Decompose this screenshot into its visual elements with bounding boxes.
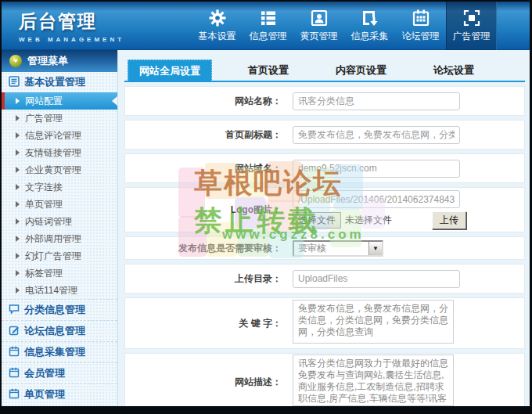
domain-input[interactable] <box>293 160 460 178</box>
audit-select-value: 要审核 <box>294 242 368 255</box>
sidebar-item-comment-management[interactable]: 信息评论管理 <box>2 127 117 144</box>
audit-select[interactable]: 要审核 ▼ <box>293 240 383 257</box>
sidebar-section-classified-info[interactable]: 分类信息管理 <box>2 299 117 320</box>
form-row-audit: 发布信息是否需要审核： 要审核 ▼ <box>124 236 525 260</box>
item-label: 单页管理 <box>25 199 63 210</box>
nav-item-ad-management[interactable]: 广告管理 <box>446 2 497 50</box>
description-textarea[interactable]: 讯客分类信息网致力于做最好的信息免费发布与查询网站,囊括生活信息,商业服务信息,… <box>293 355 454 406</box>
item-label: 幻灯广告管理 <box>25 250 81 261</box>
sidebar-section-basic-settings[interactable]: 基本设置管理 <box>2 72 117 92</box>
screenshot-frame: 后台管理 WEB MANAGEMENT 基本设置 信息管理 <box>0 0 532 414</box>
sidebar-menu-title: 管理菜单 <box>2 50 117 72</box>
form-row-description: 网站描述： 讯客分类信息网致力于做最好的信息免费发布与查询网站,囊括生活信息,商… <box>124 353 525 406</box>
nav-label: 信息采集 <box>351 30 389 43</box>
logo-subtitle: WEB MANAGEMENT <box>19 36 124 43</box>
nav-label: 信息管理 <box>250 30 287 43</box>
calendar-icon <box>9 388 20 401</box>
form-row-logo: Logo图片： 选择文件 未选择文件 上传 <box>124 187 525 232</box>
sidebar-item-friend-links[interactable]: 友情链接管理 <box>2 144 117 161</box>
sidebar-item-single-page[interactable]: 单页管理 <box>2 196 117 213</box>
sidebar-section-single-page-management[interactable]: 单页管理 <box>2 383 117 405</box>
nav-label: 论坛管理 <box>402 30 440 43</box>
item-label: 文字连接 <box>25 182 63 193</box>
tab-global-settings[interactable]: 网站全局设置 <box>128 59 212 81</box>
sidebar-section-collect-management[interactable]: 信息采集管理 <box>2 341 117 362</box>
sidebar-item-inner-links[interactable]: 内链词管理 <box>2 213 117 230</box>
nav-item-forum-management[interactable]: 论坛管理 <box>395 2 446 50</box>
menu-sphere-icon <box>9 55 22 67</box>
menu-title-label: 管理菜单 <box>27 54 68 68</box>
chat-icon <box>9 304 20 317</box>
nav-item-yellow-pages[interactable]: 黄页管理 <box>293 2 344 50</box>
file-picker: 选择文件 未选择文件 上传 <box>293 211 466 229</box>
admin-app: 后台管理 WEB MANAGEMENT 基本设置 信息管理 <box>2 2 530 406</box>
upload-button[interactable]: 上传 <box>432 211 466 229</box>
sidebar-item-phone114[interactable]: 电话114管理 <box>2 282 117 299</box>
item-label: 内链词管理 <box>25 216 72 227</box>
section-label: 会员管理 <box>24 366 65 380</box>
settings-section-icon <box>9 76 20 89</box>
top-header-bar: 后台管理 WEB MANAGEMENT 基本设置 信息管理 <box>2 2 530 50</box>
logo-title: 后台管理 <box>19 9 124 34</box>
tab-content-page-settings[interactable]: 内容页设置 <box>325 59 397 81</box>
calendar-icon <box>9 367 20 380</box>
item-label: 广告管理 <box>25 113 63 124</box>
settings-tabbar: 网站全局设置 首页设置 内容页设置 论坛设置 <box>124 59 525 82</box>
sidebar-section-forum-info[interactable]: 论坛信息管理 <box>2 320 117 341</box>
calendar-icon <box>9 346 20 359</box>
item-label: 电话114管理 <box>25 285 77 296</box>
upload-dir-label: 上传目录： <box>125 272 282 286</box>
upload-dir-input[interactable] <box>293 270 460 288</box>
dropdown-arrow-icon: ▼ <box>368 242 382 255</box>
sidebar-item-text-links[interactable]: 文字连接 <box>2 178 117 196</box>
edit-icon <box>9 325 20 338</box>
description-label: 网站描述： <box>125 376 282 389</box>
nav-label: 广告管理 <box>453 30 491 43</box>
list-icon <box>259 9 278 27</box>
ad-frame-icon <box>462 9 481 27</box>
sidebar-section-member-management[interactable]: 会员管理 <box>2 362 117 383</box>
gear-icon <box>208 9 227 27</box>
sidebar-item-site-config[interactable]: 网站配置 <box>2 92 117 110</box>
item-label: 友情链接管理 <box>25 147 81 158</box>
keywords-label: 关 键 字： <box>125 317 282 330</box>
nav-item-info-management[interactable]: 信息管理 <box>243 2 293 50</box>
form-row-keywords: 关 键 字： 免费发布信息，免费发布信息网，分类信息，分类信息网，免费分类信息网… <box>124 297 525 349</box>
item-label: 网站配置 <box>25 95 63 106</box>
tab-forum-settings[interactable]: 论坛设置 <box>422 59 485 81</box>
yellow-pages-icon <box>310 9 329 27</box>
form-row-site-name: 网站名称： <box>124 86 525 116</box>
site-name-input[interactable] <box>293 92 460 110</box>
site-name-label: 网站名称： <box>125 95 282 108</box>
section-label: 单页管理 <box>24 387 65 401</box>
section-label: 论坛信息管理 <box>24 324 85 338</box>
domain-label: 网站域名： <box>125 162 282 175</box>
tab-home-settings[interactable]: 首页设置 <box>237 59 300 81</box>
section-label: 信息采集管理 <box>24 345 85 359</box>
item-label: 标签管理 <box>25 268 63 279</box>
app-logo: 后台管理 WEB MANAGEMENT <box>19 9 124 43</box>
choose-file-button[interactable]: 选择文件 <box>293 212 341 229</box>
item-label: 企业黄页管理 <box>25 164 81 175</box>
sidebar-item-external-call[interactable]: 外部调用管理 <box>2 230 117 247</box>
sidebar-item-company-yellow-pages[interactable]: 企业黄页管理 <box>2 161 117 178</box>
form-row-domain: 网站域名： <box>124 153 525 183</box>
nav-item-info-collect[interactable]: 信息采集 <box>344 2 395 50</box>
logo-path-input[interactable] <box>293 190 460 208</box>
nav-item-basic-settings[interactable]: 基本设置 <box>192 2 243 50</box>
nav-label: 黄页管理 <box>300 30 338 43</box>
section-label: 基本设置管理 <box>24 75 85 89</box>
no-file-text: 未选择文件 <box>345 214 392 227</box>
top-nav: 基本设置 信息管理 黄页管理 信息采集 <box>192 2 497 50</box>
item-label: 信息评论管理 <box>25 130 81 141</box>
sidebar-item-tags[interactable]: 标签管理 <box>2 265 117 282</box>
form-row-home-subtitle: 首页副标题： <box>124 120 525 149</box>
nav-label: 基本设置 <box>199 30 236 43</box>
settings-form: 网站名称： 首页副标题： 网站域名： Logo图片： 选择文件 未选择文件 上传 <box>124 86 525 406</box>
home-subtitle-input[interactable] <box>293 126 460 144</box>
form-row-upload-dir: 上传目录： <box>124 264 525 293</box>
keywords-textarea[interactable]: 免费发布信息，免费发布信息网，分类信息，分类信息网，免费分类信息网，分类信息查询 <box>293 300 454 344</box>
sidebar-item-slide-ads[interactable]: 幻灯广告管理 <box>2 247 117 265</box>
logo-label: Logo图片： <box>125 203 282 217</box>
sidebar-item-ad-management[interactable]: 广告管理 <box>2 110 117 127</box>
